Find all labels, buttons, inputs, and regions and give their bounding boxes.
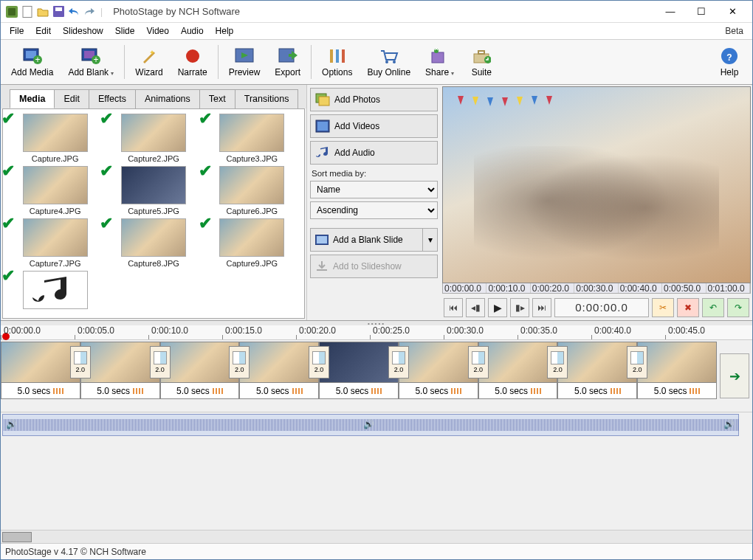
timeline-audio-track[interactable]: 🔊 🔊 🔊	[2, 414, 739, 436]
suite-button[interactable]: Suite	[461, 44, 501, 80]
transition[interactable]: 2.0	[70, 346, 91, 378]
delete-button[interactable]: ✖	[677, 298, 699, 317]
minimize-button[interactable]: —	[655, 1, 686, 22]
tab-effects[interactable]: Effects	[89, 89, 136, 108]
media-thumb[interactable]: ✔Capture6.JPG	[204, 166, 300, 215]
add-videos-button[interactable]: Add Videos	[310, 114, 438, 138]
tab-media[interactable]: Media	[10, 89, 55, 108]
tab-text[interactable]: Text	[199, 89, 235, 108]
tab-transitions[interactable]: Transitions	[235, 89, 299, 108]
timeline-undo-button[interactable]: ↶	[702, 298, 724, 317]
add-audio-button[interactable]: Add Audio	[310, 141, 438, 165]
app-icon[interactable]	[5, 5, 18, 18]
add-blank-slide-button[interactable]: Add a Blank Slide	[310, 228, 423, 252]
media-thumb[interactable]: ✔Capture4.JPG	[7, 166, 103, 215]
menu-file[interactable]: File	[4, 24, 30, 38]
options-button[interactable]: Options	[314, 44, 360, 80]
transition[interactable]: 2.0	[150, 346, 171, 378]
clip-duration[interactable]: 5.0 secs	[637, 383, 717, 399]
transition[interactable]: 2.0	[388, 346, 409, 378]
media-thumb-audio[interactable]: ✔	[7, 271, 103, 309]
menu-video[interactable]: Video	[140, 24, 174, 38]
clip-duration[interactable]: 5.0 secs	[478, 383, 558, 399]
close-button[interactable]: ✕	[717, 1, 748, 22]
clip-duration[interactable]: 5.0 secs	[399, 383, 478, 399]
timeline-video-track[interactable]: 5.0 secs2.05.0 secs2.05.0 secs2.05.0 sec…	[1, 340, 752, 412]
timeline-clip[interactable]: 5.0 secs2.0	[1, 342, 80, 410]
add-blank-button[interactable]: +Add Blank ▾	[61, 44, 121, 80]
menu-audio[interactable]: Audio	[175, 24, 210, 38]
sort-by-select[interactable]: Name	[310, 181, 438, 198]
preview-button[interactable]: Preview	[221, 44, 268, 80]
goto-end-button[interactable]: ⏭	[532, 298, 551, 317]
export-button[interactable]: Export	[267, 44, 308, 80]
timeline-clip[interactable]: 5.0 secs	[637, 342, 717, 410]
transition[interactable]: 2.0	[547, 346, 568, 378]
transition-icon	[154, 351, 167, 364]
redo-icon[interactable]	[83, 5, 96, 18]
goto-start-button[interactable]: ⏮	[444, 298, 463, 317]
media-thumb[interactable]: ✔Capture9.JPG	[204, 218, 300, 268]
wizard-button[interactable]: Wizard	[128, 44, 170, 80]
clip-duration[interactable]: 5.0 secs	[557, 383, 637, 399]
step-forward-button[interactable]: ▮▸	[510, 298, 529, 317]
media-thumb[interactable]: ✔Capture7.JPG	[7, 218, 103, 268]
buy-online-button[interactable]: Buy Online	[360, 44, 418, 80]
clip-duration[interactable]: 5.0 secs	[160, 383, 240, 399]
media-thumb[interactable]: ✔Capture2.JPG	[106, 114, 201, 163]
tab-edit[interactable]: Edit	[54, 89, 89, 108]
maximize-button[interactable]: ☐	[686, 1, 717, 22]
save-icon[interactable]	[52, 5, 65, 18]
transition[interactable]: 2.0	[468, 346, 489, 378]
clip-duration[interactable]: 5.0 secs	[319, 383, 399, 399]
timeline-ruler[interactable]: 0:00:00.00:00:05.00:00:10.00:00:15.00:00…	[1, 325, 752, 340]
media-thumb[interactable]: ✔Capture8.JPG	[106, 218, 201, 268]
timeline-add-button[interactable]: ➔	[720, 353, 749, 398]
clip-duration[interactable]: 5.0 secs	[239, 383, 319, 399]
thumb-image	[219, 166, 284, 204]
menu-edit[interactable]: Edit	[30, 24, 57, 38]
audio-icon	[315, 146, 330, 159]
timeline-redo-button[interactable]: ↷	[727, 298, 749, 317]
step-back-button[interactable]: ◂▮	[466, 298, 485, 317]
scrollbar-thumb[interactable]	[2, 532, 32, 542]
menu-slideshow[interactable]: Slideshow	[57, 24, 109, 38]
wizard-icon	[140, 46, 159, 66]
help-button[interactable]: ?Help	[709, 44, 749, 80]
add-media-button[interactable]: +Add Media	[4, 44, 61, 80]
new-icon[interactable]	[21, 5, 34, 18]
svg-rect-29	[319, 97, 329, 106]
preview-time-scale[interactable]: 0:00:00.00:00:10.00:00:20.00:00:30.00:00…	[442, 283, 751, 294]
timeline-clip[interactable]: 5.0 secs2.0	[478, 342, 558, 410]
timeline-clip[interactable]: 5.0 secs2.0	[80, 342, 160, 410]
timeline-clip[interactable]: 5.0 secs2.0	[160, 342, 240, 410]
play-button[interactable]: ▶	[488, 298, 507, 317]
sort-dir-select[interactable]: Ascending	[310, 201, 438, 219]
media-thumb[interactable]: ✔Capture5.JPG	[106, 166, 201, 215]
clip-duration[interactable]: 5.0 secs	[1, 383, 80, 399]
menu-help[interactable]: Help	[210, 24, 240, 38]
add-photos-button[interactable]: Add Photos	[310, 88, 438, 111]
media-thumb[interactable]: ✔Capture.JPG	[7, 114, 103, 163]
add-to-slideshow-button[interactable]: Add to Slideshow	[310, 255, 438, 278]
transition[interactable]: 2.0	[229, 346, 250, 378]
timeline-clip[interactable]: 5.0 secs2.0	[399, 342, 478, 410]
add-blank-dropdown[interactable]: ▾	[423, 228, 438, 252]
transition[interactable]: 2.0	[627, 346, 647, 378]
timeline-clip[interactable]: 5.0 secs2.0	[239, 342, 319, 410]
menu-slide[interactable]: Slide	[109, 24, 141, 38]
clip-duration[interactable]: 5.0 secs	[80, 383, 160, 399]
preview-viewport[interactable]	[442, 86, 751, 283]
tab-animations[interactable]: Animations	[135, 89, 200, 108]
timeline-clip[interactable]: 5.0 secs2.0	[319, 342, 399, 410]
undo-icon[interactable]	[67, 5, 80, 18]
timeline-clip[interactable]: 5.0 secs2.0	[557, 342, 637, 410]
split-button[interactable]: ✂	[652, 298, 674, 317]
open-icon[interactable]	[36, 5, 49, 18]
narrate-button[interactable]: Narrate	[171, 44, 215, 80]
media-thumb[interactable]: ✔Capture3.JPG	[204, 114, 300, 163]
transition[interactable]: 2.0	[309, 346, 329, 378]
transition-icon	[312, 351, 326, 364]
share-button[interactable]: Share ▾	[418, 44, 461, 80]
timeline-scrollbar[interactable]	[1, 530, 752, 543]
